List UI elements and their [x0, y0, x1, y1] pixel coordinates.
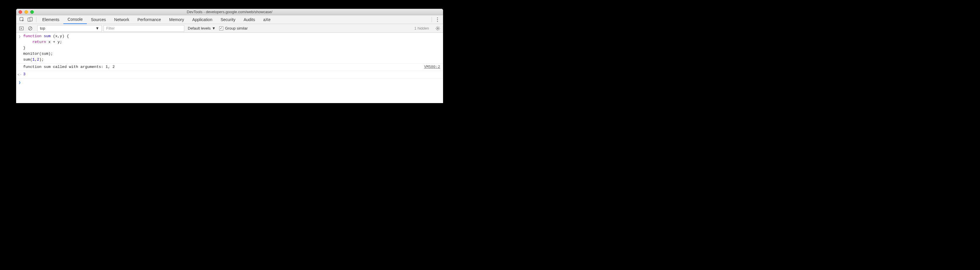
svg-line-15	[439, 29, 439, 30]
tab-elements[interactable]: Elements	[38, 15, 64, 24]
log-gutter	[16, 64, 23, 70]
more-options-icon[interactable]	[434, 16, 441, 24]
console-toolbar: top ▼ Default levels ▼ ✓ Group similar 1…	[16, 24, 443, 33]
traffic-lights	[19, 10, 34, 14]
tab-axe[interactable]: aXe	[259, 15, 275, 24]
prompt-icon: ❯	[16, 79, 23, 86]
svg-point-9	[437, 27, 439, 29]
svg-rect-2	[30, 17, 32, 21]
console-log-row: function sum called with arguments: 1, 2…	[16, 63, 443, 71]
result-value: 3	[23, 71, 443, 78]
tab-console[interactable]: Console	[64, 15, 87, 24]
checkbox-checked-icon: ✓	[219, 26, 223, 30]
svg-point-4	[437, 19, 438, 20]
chevron-down-icon: ▼	[95, 26, 99, 30]
log-source-link[interactable]: VM580:2	[424, 64, 443, 70]
input-code: function sum (x,y) { return x + y; } mon…	[23, 33, 443, 63]
level-value: Default levels	[188, 26, 211, 30]
device-toolbar-icon[interactable]	[26, 16, 34, 24]
log-level-selector[interactable]: Default levels ▼	[186, 25, 218, 32]
input-prompt-icon: ❯	[16, 33, 23, 63]
svg-line-8	[29, 27, 32, 30]
context-selector[interactable]: top ▼	[37, 25, 102, 32]
filter-input[interactable]	[103, 25, 184, 32]
console-settings-icon[interactable]	[434, 25, 441, 32]
titlebar: DevTools - developers.google.com/web/sho…	[16, 9, 443, 15]
group-similar-checkbox[interactable]: ✓ Group similar	[219, 26, 248, 30]
svg-line-17	[439, 27, 439, 27]
group-similar-label: Group similar	[225, 26, 248, 30]
hidden-messages-count[interactable]: 1 hidden	[414, 26, 429, 30]
svg-line-16	[436, 29, 437, 30]
sidebar-toggle-icon[interactable]	[18, 25, 25, 32]
tab-audits[interactable]: Audits	[239, 15, 259, 24]
context-value: top	[40, 26, 45, 30]
close-window-button[interactable]	[19, 10, 22, 14]
clear-console-icon[interactable]	[27, 25, 34, 32]
tab-application[interactable]: Application	[188, 15, 216, 24]
prompt-input[interactable]	[23, 79, 443, 86]
maximize-window-button[interactable]	[30, 10, 34, 14]
tab-performance[interactable]: Performance	[133, 15, 165, 24]
console-prompt-row[interactable]: ❯	[16, 79, 443, 86]
tab-network[interactable]: Network	[110, 15, 133, 24]
window-title: DevTools - developers.google.com/web/sho…	[16, 9, 443, 14]
svg-line-14	[436, 27, 437, 27]
tab-memory[interactable]: Memory	[165, 15, 188, 24]
svg-point-5	[437, 21, 438, 22]
panel-tabbar: Elements Console Sources Network Perform…	[16, 15, 443, 24]
log-message: function sum called with arguments: 1, 2	[23, 64, 424, 70]
separator	[36, 17, 37, 22]
devtools-window: DevTools - developers.google.com/web/sho…	[16, 9, 443, 103]
svg-point-3	[437, 17, 438, 18]
console-messages: ❯ function sum (x,y) { return x + y; } m…	[16, 33, 443, 103]
tab-security[interactable]: Security	[216, 15, 240, 24]
minimize-window-button[interactable]	[24, 10, 28, 14]
chevron-down-icon: ▼	[212, 26, 216, 30]
result-arrow-icon: <·	[16, 71, 23, 78]
console-input-row: ❯ function sum (x,y) { return x + y; } m…	[16, 33, 443, 63]
inspect-element-icon[interactable]	[18, 16, 26, 24]
console-result-row: <· 3	[16, 71, 443, 79]
tab-sources[interactable]: Sources	[87, 15, 110, 24]
